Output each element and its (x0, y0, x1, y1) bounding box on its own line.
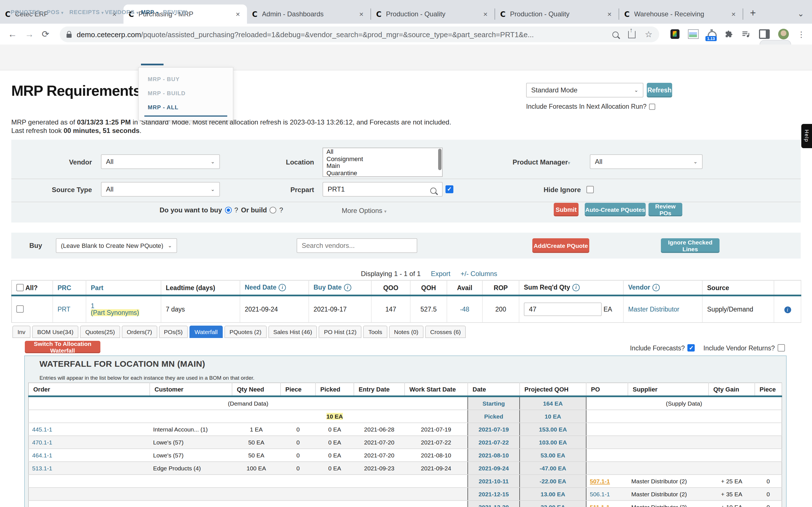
buy-radio[interactable] (225, 207, 232, 214)
tab-pquotes[interactable]: PQuotes (2) (224, 326, 266, 338)
po-link[interactable]: 506.1-1 (590, 491, 610, 497)
row-info-icon[interactable]: i (784, 306, 791, 313)
nav-pos[interactable]: POS▾ (47, 9, 63, 15)
po-link[interactable]: 511.1-1 (590, 504, 610, 507)
extension-timer-icon[interactable]: 1.13 (707, 30, 716, 39)
browser-menu-icon[interactable]: ⋮ (797, 30, 805, 39)
pquote-select[interactable]: (Leave Blank to Create New PQuote)⌄ (56, 238, 177, 253)
prcpart-input[interactable] (322, 182, 443, 196)
submit-button[interactable]: Submit (554, 203, 578, 216)
nav-review[interactable]: REVIEW (163, 9, 187, 15)
location-option[interactable]: Quarantine (323, 169, 442, 176)
hide-ignore-checkbox[interactable] (587, 186, 594, 193)
product-manager-select[interactable]: All⌄ (590, 154, 703, 169)
tab-pos[interactable]: POs(5) (159, 326, 188, 338)
extension-doc-icon[interactable] (670, 29, 679, 39)
tab-search-chevron-icon[interactable]: ⌄ (798, 9, 804, 18)
ignore-checked-lines-button[interactable]: Ignore Checked Lines (661, 238, 719, 253)
location-option[interactable]: Consignment (323, 155, 442, 162)
extensions-puzzle-icon[interactable] (725, 30, 733, 38)
po-link[interactable]: 507.1-1 (590, 478, 610, 485)
sum-req-qty-input[interactable] (524, 302, 602, 316)
browser-tab[interactable]: C Production - Quality ✕ (495, 4, 619, 24)
nav-vendors[interactable]: VENDORS▾ (105, 9, 139, 15)
info-icon[interactable]: i (652, 284, 660, 291)
part-synonyms-link[interactable]: (Part Synonyms) (91, 309, 139, 316)
new-tab-button[interactable]: + (750, 7, 756, 19)
order-link[interactable]: 445.1-1 (32, 426, 52, 433)
order-link[interactable]: 513.1-1 (32, 465, 52, 471)
back-button[interactable]: ← (8, 29, 17, 39)
cell-avail[interactable]: -48 (447, 295, 483, 323)
col-part[interactable]: Part (86, 280, 161, 295)
cell-prc[interactable]: PRT (53, 295, 86, 323)
col-prc[interactable]: PRC (53, 280, 86, 295)
mode-select[interactable]: Standard Mode⌄ (526, 83, 644, 98)
info-icon[interactable]: i (279, 284, 286, 291)
tab-waterfall[interactable]: Waterfall (190, 326, 223, 338)
help-tab[interactable]: Help (801, 124, 812, 148)
auto-create-pquotes-button[interactable]: Auto-Create PQuotes (585, 203, 646, 216)
close-icon[interactable]: ✕ (729, 10, 738, 18)
forward-button[interactable]: → (25, 29, 34, 39)
columns-link[interactable]: +/- Columns (461, 270, 497, 278)
nav-mrp[interactable]: MRP▾ (141, 9, 158, 15)
nav-pquotes[interactable]: PQUOTES▾ (11, 9, 44, 15)
zoom-icon[interactable] (612, 31, 618, 38)
include-vendor-returns-checkbox[interactable] (777, 344, 785, 351)
bookmark-star-icon[interactable]: ☆ (645, 29, 652, 40)
include-forecasts-checkbox[interactable]: ✓ (688, 344, 695, 351)
menu-item-mrp-all[interactable]: MRP - ALL (139, 100, 233, 114)
switch-allocation-waterfall-button[interactable]: Switch To Allocation Waterfall (25, 341, 100, 353)
vendor-search-input[interactable] (297, 238, 417, 253)
tab-sales-hist[interactable]: Sales Hist (46) (268, 326, 317, 338)
profile-avatar[interactable] (778, 29, 789, 40)
tab-bom-use[interactable]: BOM Use(34) (32, 326, 79, 338)
more-options-toggle[interactable]: More Options ▾ (342, 207, 387, 215)
tab-quotes[interactable]: Quotes(25) (80, 326, 120, 338)
tab-inv[interactable]: Inv (12, 326, 31, 338)
browser-tab[interactable]: C Warehouse - Receiving ✕ (619, 4, 743, 24)
reload-button[interactable]: ⟳ (42, 29, 49, 40)
tab-crosses[interactable]: Crosses (6) (425, 326, 466, 338)
col-need-date[interactable]: Need Datei (240, 280, 309, 295)
build-radio[interactable] (270, 207, 276, 214)
col-buy-date[interactable]: Buy Datei (309, 280, 371, 295)
extension-screenshot-icon[interactable] (688, 29, 699, 39)
share-icon[interactable] (628, 31, 635, 38)
location-option[interactable]: All (323, 148, 442, 155)
nav-receipts[interactable]: RECEIPTS▾ (69, 9, 104, 15)
review-pos-button[interactable]: Review POs (649, 203, 682, 216)
order-link[interactable]: 470.1-1 (32, 439, 52, 446)
location-listbox[interactable]: All Consignment Main Quarantine (322, 148, 443, 177)
cell-vendor[interactable]: Master Distributor (623, 295, 702, 323)
prcpart-exact-checkbox[interactable]: ✓ (446, 185, 453, 193)
order-link[interactable]: 464.1-1 (32, 452, 52, 459)
tab-po-hist[interactable]: PO Hist (12) (319, 326, 362, 338)
close-icon[interactable]: ✕ (481, 10, 490, 18)
search-icon[interactable] (430, 187, 437, 194)
tab-tools[interactable]: Tools (363, 326, 387, 338)
close-icon[interactable]: ✕ (357, 10, 365, 18)
export-link[interactable]: Export (431, 270, 450, 278)
tab-notes[interactable]: Notes (0) (389, 326, 423, 338)
vendor-select[interactable]: All⌄ (101, 154, 220, 169)
address-bar[interactable]: demo.cetecerp.com/pquote/assisted_purcha… (60, 26, 659, 42)
tab-orders[interactable]: Orders(7) (121, 326, 157, 338)
info-icon[interactable]: i (572, 284, 580, 291)
location-option[interactable]: Main (323, 162, 442, 169)
col-vendor[interactable]: Vendori (623, 280, 702, 295)
source-type-select[interactable]: All⌄ (101, 182, 220, 196)
menu-item-mrp-buy[interactable]: MRP - BUY (139, 72, 233, 86)
listbox-scrollbar[interactable] (438, 149, 442, 170)
forecast-next-run-checkbox[interactable] (649, 103, 655, 110)
browser-tab[interactable]: C Admin - Dashboards ✕ (247, 4, 370, 24)
playlist-icon[interactable] (742, 30, 751, 38)
browser-tab[interactable]: C Production - Quality ✕ (371, 4, 495, 24)
refresh-button[interactable]: Refresh (647, 83, 672, 98)
row-checkbox[interactable] (16, 305, 24, 313)
part-link[interactable]: 1 (91, 302, 94, 309)
select-all-checkbox[interactable] (16, 284, 24, 291)
info-icon[interactable]: i (344, 284, 351, 291)
menu-item-mrp-build[interactable]: MRP - BUILD (139, 86, 233, 100)
